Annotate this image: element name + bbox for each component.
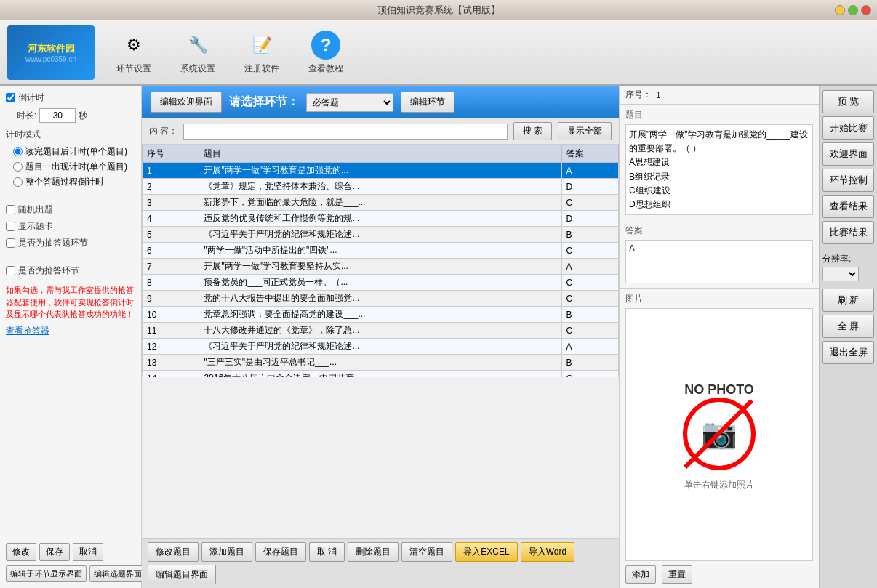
time-label: 时长:	[17, 110, 36, 122]
table-row[interactable]: 8 预备党员的___同正式党员一样。（... C	[143, 275, 619, 291]
modify-button[interactable]: 修改	[6, 543, 36, 561]
time-row: 时长: 秒	[17, 108, 135, 123]
questions-scrollable[interactable]: 序号 题目 答案 1 开展"两学一做"学习教育是加强党的... A 2 《党章》…	[142, 145, 619, 377]
clear-questions-button[interactable]: 清空题目	[401, 542, 452, 562]
card-checkbox-row: 显示题卡	[6, 220, 135, 233]
search-button[interactable]: 搜 索	[513, 122, 552, 140]
cancel-button[interactable]: 取消	[73, 543, 103, 561]
radio-whole-process[interactable]	[13, 177, 23, 187]
table-row[interactable]: 4 违反党的优良传统和工作惯例等党的规... D	[143, 211, 619, 227]
show-all-button[interactable]: 显示全部	[558, 122, 612, 140]
card-label: 显示题卡	[18, 220, 53, 233]
select-section-label: 请选择环节：	[229, 94, 299, 110]
start-match-button[interactable]: 开始比赛	[822, 116, 874, 140]
cell-answer: C	[561, 243, 618, 259]
cell-question: 开展"两学一做"学习教育是加强党的...	[199, 163, 561, 179]
fullscreen-button[interactable]: 全 屏	[822, 315, 874, 338]
cell-id: 4	[143, 211, 199, 227]
edit-section-display-button[interactable]: 编辑子环节显示界面	[6, 565, 87, 582]
cell-question: 党的十八大报告中提出的要全面加强党...	[199, 291, 561, 307]
table-row[interactable]: 9 党的十八大报告中提出的要全面加强党... C	[143, 291, 619, 307]
env-settings-label: 环节设置	[116, 63, 151, 75]
add-photo-button[interactable]: 添加	[625, 565, 656, 584]
cell-id: 14	[143, 371, 199, 378]
random-checkbox-row: 随机出题	[6, 204, 135, 216]
save-question-button[interactable]: 保存题目	[255, 542, 306, 562]
register-label: 注册软件	[244, 63, 279, 75]
close-button[interactable]	[861, 5, 871, 15]
exit-fullscreen-button[interactable]: 退出全屏	[822, 341, 874, 364]
welcome-interface-button[interactable]: 欢迎界面	[822, 142, 874, 166]
percent-select[interactable]: 800x600 1024x768 1280x720	[822, 267, 859, 281]
random-label: 随机出题	[18, 204, 53, 216]
cell-answer: C	[561, 195, 618, 211]
edit-question-interface-button[interactable]: 编辑题目界面	[148, 565, 216, 584]
table-row[interactable]: 5 《习近平关于严明党的纪律和规矩论述... B	[143, 227, 619, 243]
title-bar: 顶伯知识竞赛系统【试用版】	[0, 0, 877, 20]
search-input[interactable]	[183, 124, 507, 140]
btn-row-2: 编辑子环节显示界面 编辑选题界面 编辑抽题界面	[6, 565, 135, 582]
cell-question: 《习近平关于严明党的纪律和规矩论述...	[199, 227, 561, 243]
left-panel: 倒计时 时长: 秒 计时模式 读完题目后计时(单个题目) 题目一出现计时(单个题…	[0, 86, 142, 588]
cancel-edit-button[interactable]: 取 消	[309, 542, 345, 562]
toolbar-item-tutorial[interactable]: ? 查看教程	[301, 27, 351, 78]
radio-after-read[interactable]	[13, 147, 23, 156]
col-header-answer: 答案	[561, 145, 618, 163]
section-control-button[interactable]: 环节控制	[822, 169, 874, 192]
draw-checkbox[interactable]	[6, 238, 15, 248]
logo-title: 河东软件园	[28, 42, 75, 55]
section-select[interactable]: 必答题 抢答题 风险题	[306, 93, 393, 112]
cell-question: 预备党员的___同正式党员一样。（...	[199, 275, 561, 291]
questions-table: 序号 题目 答案 1 开展"两学一做"学习教育是加强党的... A 2 《党章》…	[142, 145, 619, 377]
view-results-button[interactable]: 查看结果	[822, 195, 874, 218]
table-row[interactable]: 3 新形势下，党面临的最大危险，就是___... C	[143, 195, 619, 211]
table-row[interactable]: 12 《习近平关于严明党的纪律和规矩论述... A	[143, 339, 619, 355]
match-results-button[interactable]: 比赛结果	[822, 221, 874, 244]
table-row[interactable]: 7 开展"两学一做"学习教育要坚持从实... A	[143, 259, 619, 275]
import-excel-button[interactable]: 导入EXCEL	[455, 542, 517, 562]
import-word-button[interactable]: 导入Word	[521, 542, 574, 562]
seq-label: 序号：	[625, 89, 652, 101]
preview-button[interactable]: 预 览	[822, 90, 874, 113]
edit-welcome-button[interactable]: 编辑欢迎界面	[151, 92, 222, 113]
random-checkbox[interactable]	[6, 205, 15, 214]
card-checkbox[interactable]	[6, 222, 15, 231]
table-row[interactable]: 14 2016年十八届六中全会决定，中国共产... C	[143, 371, 619, 378]
time-input[interactable]	[39, 108, 76, 123]
toolbar-item-register[interactable]: 📝 注册软件	[237, 27, 287, 78]
table-row[interactable]: 11 十八大修改并通过的《党章》，除了总... C	[143, 323, 619, 339]
table-row[interactable]: 13 "三严三实"是由习近平总书记___... B	[143, 355, 619, 371]
table-row[interactable]: 10 党章总纲强调：要全面提高党的建设___... B	[143, 307, 619, 323]
modify-question-button[interactable]: 修改题目	[148, 542, 199, 562]
table-row[interactable]: 1 开展"两学一做"学习教育是加强党的... A	[143, 163, 619, 179]
rush-answer-checkbox-row: 是否为抢答环节	[6, 265, 135, 277]
rush-answer-checkbox[interactable]	[6, 266, 15, 275]
cell-id: 6	[143, 243, 199, 259]
refresh-button[interactable]: 刷 新	[822, 289, 874, 312]
btn-row-1: 修改 保存 取消	[6, 543, 135, 561]
cell-answer: A	[561, 339, 618, 355]
view-buzzer-link[interactable]: 查看抢答器	[6, 325, 135, 337]
delete-question-button[interactable]: 删除题目	[348, 542, 399, 562]
toolbar-item-sys-settings[interactable]: 🔧 系统设置	[173, 27, 223, 78]
cell-answer: C	[561, 275, 618, 291]
table-row[interactable]: 6 "两学一做"活动中所提出的"四铁"... C	[143, 243, 619, 259]
table-row[interactable]: 2 《党章》规定，党坚持体本兼治、综合... D	[143, 179, 619, 195]
reset-photo-button[interactable]: 重置	[662, 565, 692, 584]
cell-id: 11	[143, 323, 199, 339]
save-button[interactable]: 保存	[39, 543, 70, 561]
minimize-button[interactable]	[835, 5, 845, 15]
env-settings-icon: ⚙	[119, 31, 148, 60]
radio-on-appear[interactable]	[13, 162, 23, 172]
add-question-button[interactable]: 添加题目	[201, 542, 252, 562]
divider-1	[6, 196, 135, 196]
cell-id: 10	[143, 307, 199, 323]
col-header-question: 题目	[199, 145, 561, 163]
countdown-checkbox[interactable]	[6, 93, 15, 102]
toolbar-area: 河东软件园 www.pc0359.cn ⚙ 环节设置 🔧 系统设置 📝 注册软件…	[0, 20, 877, 86]
edit-choose-interface-button[interactable]: 编辑选题界面	[89, 565, 146, 582]
cell-id: 9	[143, 291, 199, 307]
toolbar-item-env-settings[interactable]: ⚙ 环节设置	[109, 27, 159, 78]
maximize-button[interactable]	[848, 5, 858, 15]
edit-section-button[interactable]: 编辑环节	[401, 92, 454, 113]
